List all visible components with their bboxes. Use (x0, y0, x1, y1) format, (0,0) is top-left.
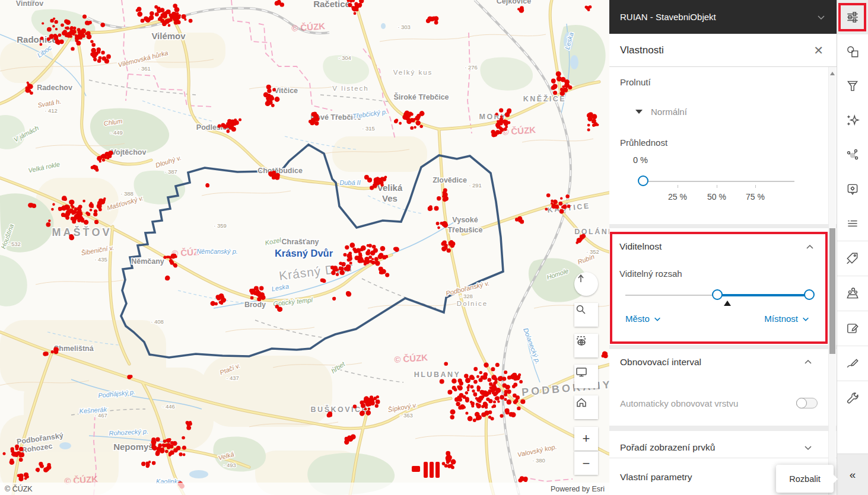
basemap: © ČÚZK© ČÚZK© ČÚZK© ČÚZK© ČÚZK VintířovR… (0, 0, 609, 495)
fullscreen-button[interactable] (574, 365, 598, 388)
display-order-section-header[interactable]: Pořadí zobrazení prvků (620, 442, 813, 453)
sketch-icon[interactable] (837, 346, 868, 381)
transparency-label: Průhlednost (620, 138, 667, 148)
edit-icon[interactable] (837, 311, 868, 346)
map-label: Němčany (131, 257, 164, 266)
map-label: Vintířov (16, 0, 43, 8)
range-handle-min[interactable] (712, 289, 723, 300)
map-label: V listech (332, 85, 368, 92)
slider-tick (717, 185, 717, 188)
min-scale-dropdown[interactable]: Město (625, 314, 663, 324)
slider-handle[interactable] (638, 175, 648, 186)
tooltip: Rozbalit (776, 465, 834, 493)
map-label: · 304 (338, 55, 351, 61)
map-label: Čejkovice (497, 0, 531, 5)
map-label: Chmelištná (53, 344, 93, 353)
current-scale-marker (724, 301, 731, 306)
map-label: · 467 (94, 412, 107, 419)
map-label: Třebušice (447, 226, 482, 234)
blend-mode-dropdown[interactable]: Normální (635, 107, 687, 117)
search-button[interactable] (574, 303, 598, 327)
transparency-value: 0 % (633, 155, 648, 165)
map-label: · 315 (362, 125, 375, 132)
map-label: Ves (382, 193, 398, 203)
map-label: Krásný Dvůr (275, 248, 333, 258)
max-scale-dropdown[interactable]: Místnost (764, 314, 811, 324)
layer-selector-header[interactable]: RUIAN - StavebniObjekt (609, 0, 837, 34)
range-handle-max[interactable] (804, 289, 815, 300)
range-active-track[interactable] (718, 294, 810, 296)
map-label: · 363 (400, 412, 413, 419)
popup-settings-icon[interactable] (837, 172, 868, 206)
map-label: · 380 (532, 457, 545, 464)
map-label: · 361 (138, 65, 151, 72)
visibility-title: Viditelnost (619, 241, 662, 252)
tick-label-75: 75 % (737, 192, 773, 202)
properties-sliders-icon[interactable] (837, 0, 868, 34)
map-label: Chrašťany (282, 238, 319, 246)
map-label: Zlovědice (433, 176, 467, 184)
map-label: Vitčice (274, 87, 298, 95)
scroll-up-arrow[interactable] (830, 72, 835, 75)
map-label: · 352 (586, 248, 599, 255)
chevron-down-icon (803, 443, 813, 452)
map-label: · 408 (151, 318, 164, 325)
clustering-icon[interactable] (837, 138, 868, 172)
map-label: · 532 (8, 241, 21, 247)
visible-range-label: Viditelný rozsah (619, 269, 682, 279)
map-label: · 446 (162, 403, 175, 410)
map-attribution: © ČÚZK Powered by Esri (0, 483, 609, 495)
min-scale-value: Město (625, 314, 650, 324)
toolbar-spacer (837, 416, 868, 454)
map-label: Nepomyšl (113, 442, 156, 452)
tools-wrench-icon[interactable] (837, 381, 868, 416)
chevron-up-icon (803, 357, 813, 367)
visible-range-slider[interactable] (625, 289, 810, 302)
refresh-interval-section-header[interactable]: Obnovovací interval (620, 357, 813, 368)
layer-title: RUIAN - StavebniObjekt (620, 12, 716, 22)
chevron-up-icon[interactable] (805, 242, 815, 252)
aggregation-icon[interactable] (837, 276, 868, 311)
basemap-gallery-button[interactable] (574, 334, 598, 357)
auto-refresh-toggle[interactable] (796, 398, 818, 408)
effects-icon[interactable] (837, 103, 868, 138)
chevron-down-icon[interactable] (816, 12, 826, 22)
blend-label: Prolnutí (620, 77, 651, 87)
symbology-icon[interactable] (837, 34, 868, 69)
map-label: · 493 (223, 462, 236, 468)
map-label: · 291 (469, 182, 482, 189)
visibility-section-highlight: Viditelnost Viditelný rozsah Město (610, 232, 828, 344)
map-canvas[interactable]: © ČÚZK© ČÚZK© ČÚZK© ČÚZK© ČÚZK VintířovR… (0, 0, 609, 495)
collapse-panel-button[interactable]: « (837, 454, 868, 495)
tick-label-50: 50 % (699, 192, 735, 202)
map-label: · 437 (226, 375, 239, 381)
zoom-out-button[interactable]: − (574, 451, 598, 475)
map-label: Dolnice (457, 300, 488, 307)
map-label: Dubá II (339, 179, 360, 186)
labels-icon[interactable] (837, 206, 868, 241)
map-label: Brody (244, 301, 266, 309)
attribute-tag-icon[interactable] (837, 241, 868, 276)
attribution-cuzk: © ČÚZK (5, 485, 33, 493)
refresh-interval-title: Obnovovací interval (620, 357, 701, 368)
close-icon[interactable]: ✕ (813, 44, 824, 56)
caret-down-icon (635, 110, 643, 114)
map-label: · 387 (164, 168, 177, 175)
map-label: · 328 (460, 293, 473, 299)
filter-icon[interactable] (837, 69, 868, 103)
map-label: · 449 (110, 129, 123, 136)
panel-scrollbar[interactable] (828, 67, 836, 495)
map-label: · 435 (94, 256, 107, 263)
auto-refresh-label: Automaticky obnovovat vrstvu (620, 398, 738, 408)
map-label: Chotěbudice (257, 167, 303, 175)
display-order-title: Pořadí zobrazení prvků (620, 442, 715, 453)
zoom-in-button[interactable]: + (574, 427, 598, 451)
map-label: · 359 (214, 222, 227, 229)
home-button[interactable] (574, 395, 598, 419)
scrollbar-thumb[interactable] (829, 228, 835, 354)
compass-reset-north-button[interactable] (574, 272, 598, 296)
section-divider (609, 345, 837, 349)
panel-title: Vlastnosti (620, 44, 664, 56)
slider-track[interactable] (639, 181, 794, 182)
arcgis-map-viewer: © ČÚZK© ČÚZK© ČÚZK© ČÚZK© ČÚZK VintířovR… (0, 0, 868, 495)
